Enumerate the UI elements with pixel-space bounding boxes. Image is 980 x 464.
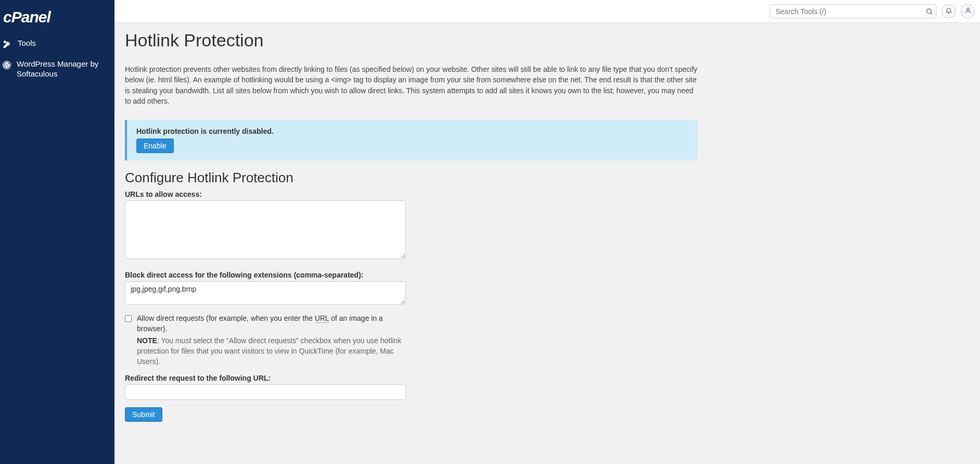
search-input[interactable] xyxy=(770,4,936,18)
block-ext-input[interactable] xyxy=(125,281,406,305)
brand-logo-text: cPanel xyxy=(3,8,50,26)
account-button[interactable] xyxy=(961,4,975,18)
bell-icon xyxy=(945,7,952,16)
notifications-button[interactable] xyxy=(941,4,956,18)
sidebar: cPanel Tools WordPress Manager by Softac… xyxy=(0,0,114,464)
search-wrapper xyxy=(770,4,936,18)
sidebar-item-wordpress[interactable]: WordPress Manager by Softaculous xyxy=(0,54,114,84)
intro-text: Hotlink protection prevents other websit… xyxy=(125,64,697,106)
status-alert: Hotlink protection is currently disabled… xyxy=(125,120,697,160)
allow-direct-note: NOTE: You must select the “Allow direct … xyxy=(137,336,406,367)
allow-direct-label[interactable]: Allow direct requests (for example, when… xyxy=(137,314,383,333)
wordpress-icon xyxy=(2,59,11,70)
urls-allow-input[interactable] xyxy=(125,200,406,259)
page-title: Hotlink Protection xyxy=(125,30,970,51)
block-ext-label: Block direct access for the following ex… xyxy=(125,271,406,279)
url-abbr: URL xyxy=(315,314,329,323)
brand-logo[interactable]: cPanel xyxy=(0,3,114,33)
urls-allow-label: URLs to allow access: xyxy=(125,190,406,198)
configure-heading: Configure Hotlink Protection xyxy=(125,170,970,186)
enable-button[interactable]: Enable xyxy=(136,139,174,153)
sidebar-item-label: Tools xyxy=(18,39,36,48)
svg-line-2 xyxy=(931,12,932,14)
submit-button[interactable]: Submit xyxy=(125,407,162,422)
tools-icon xyxy=(2,39,12,49)
alert-message: Hotlink protection is currently disabled… xyxy=(136,127,688,135)
allow-direct-row: Allow direct requests (for example, when… xyxy=(125,313,406,367)
svg-point-3 xyxy=(966,8,969,10)
topbar xyxy=(114,0,980,23)
content-area: Hotlink Protection Hotlink protection pr… xyxy=(114,23,980,432)
sidebar-item-label: WordPress Manager by Softaculous xyxy=(17,59,112,79)
user-icon xyxy=(964,7,972,16)
svg-point-1 xyxy=(927,9,932,14)
redirect-url-input[interactable] xyxy=(125,384,406,400)
redirect-label: Redirect the request to the following UR… xyxy=(125,374,406,382)
sidebar-item-tools[interactable]: Tools xyxy=(0,33,114,54)
search-icon[interactable] xyxy=(925,7,933,15)
allow-direct-checkbox[interactable] xyxy=(125,315,132,322)
